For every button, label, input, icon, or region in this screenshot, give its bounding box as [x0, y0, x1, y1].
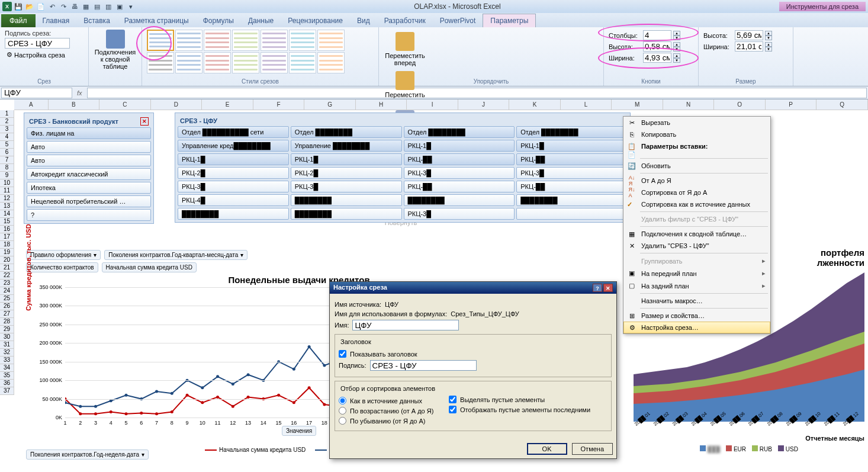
tab-insert[interactable]: Вставка — [76, 14, 117, 27]
style-thumb-6[interactable] — [289, 30, 316, 51]
formula-input[interactable] — [87, 88, 867, 98]
slicer2-item-0-1[interactable]: Отдел ████████ — [291, 126, 402, 138]
row-header-16[interactable]: 16 — [0, 226, 14, 233]
undo-icon[interactable]: ↶ — [47, 2, 57, 11]
row-header-34[interactable]: 34 — [0, 364, 14, 372]
row-header-6[interactable]: 6 — [0, 149, 14, 156]
slicer2-item-3-0[interactable]: РКЦ-2█ — [178, 167, 289, 179]
row-header-35[interactable]: 35 — [0, 372, 14, 380]
row-header-4[interactable]: 4 — [0, 133, 14, 141]
pill-gen2[interactable]: Поколения контрактов.Год-неделя-дата ▾ — [26, 449, 149, 460]
slicer2-item-1-0[interactable]: Управление кред████████ — [178, 140, 289, 152]
dialog-cancel-button[interactable]: Отмена — [572, 443, 613, 455]
slicer2-item-1-2[interactable]: РКЦ-1█ — [404, 140, 515, 152]
ctx-refresh[interactable]: 🔄Обновить — [623, 160, 770, 172]
slicer2-item-5-0[interactable]: РКЦ-4█ — [178, 194, 289, 206]
row-header-33[interactable]: 33 — [0, 357, 14, 364]
col-header-B[interactable]: B — [49, 99, 100, 110]
tab-data[interactable]: Данные — [241, 14, 281, 27]
row-header-17[interactable]: 17 — [0, 233, 14, 241]
slicer-caption-input[interactable] — [5, 38, 70, 49]
cols-spinner[interactable]: ▲▼ — [673, 31, 680, 40]
col-header-Q[interactable]: Q — [816, 99, 868, 110]
slicer2-item-2-3[interactable]: РКЦ-██ — [516, 153, 628, 165]
btn-height-spinner[interactable]: ▲▼ — [673, 42, 680, 52]
fx-icon[interactable]: fx — [73, 89, 86, 97]
slicer2-item-5-1[interactable]: ████████ — [291, 194, 402, 206]
btn-width-spinner[interactable]: ▲▼ — [673, 53, 680, 63]
slicer2-item-4-3[interactable]: РКЦ-██ — [516, 181, 628, 192]
slicer2-item-6-1[interactable]: ████████ — [291, 208, 402, 220]
new-icon[interactable]: 📄 — [36, 2, 46, 11]
slicer1-item-6[interactable]: ? — [27, 209, 151, 221]
row-header-26[interactable]: 26 — [0, 303, 14, 310]
style-thumb-4[interactable] — [232, 30, 259, 51]
ctx-slicer-settings[interactable]: ⚙Настройка среза… — [623, 322, 770, 333]
slicer1-item-1[interactable]: Авто — [27, 141, 151, 153]
print-icon[interactable]: 🖶 — [70, 2, 79, 11]
btn-height-input[interactable] — [643, 41, 671, 52]
size-width-input[interactable] — [735, 41, 763, 52]
size-height-input[interactable] — [735, 30, 763, 40]
style-thumb-3[interactable] — [204, 30, 231, 51]
row-header-1[interactable]: 1 — [0, 110, 14, 118]
open-icon[interactable]: 📂 — [25, 2, 34, 11]
row-header-32[interactable]: 32 — [0, 349, 14, 357]
bring-forward-button[interactable]: Переместить вперед — [384, 30, 426, 69]
redo-icon[interactable]: ↷ — [59, 2, 68, 11]
dialog-help-button[interactable]: ? — [593, 284, 602, 292]
col-header-E[interactable]: E — [202, 99, 253, 110]
row-header-23[interactable]: 23 — [0, 280, 14, 287]
dlg-sort-src-radio[interactable] — [339, 397, 346, 404]
row-header-11[interactable]: 11 — [0, 187, 14, 195]
tab-review[interactable]: Рецензирование — [281, 14, 350, 27]
ctx-send-back[interactable]: ▢На задний план▸ — [623, 280, 770, 292]
qat-icon-5[interactable]: ▾ — [126, 2, 136, 11]
col-header-A[interactable]: A — [14, 99, 49, 110]
slicer2-item-6-3[interactable] — [516, 208, 628, 220]
slicer1-item-4[interactable]: Ипотека — [27, 182, 151, 194]
row-header-21[interactable]: 21 — [0, 264, 14, 272]
row-header-37[interactable]: 37 — [0, 387, 14, 395]
style-thumb-2[interactable] — [175, 30, 202, 51]
dialog-ok-button[interactable]: OK — [527, 443, 567, 455]
row-header-3[interactable]: 3 — [0, 126, 14, 133]
dlg-highlight-empty-checkbox[interactable] — [449, 396, 456, 403]
slicer2-item-4-1[interactable]: РКЦ-3█ — [291, 181, 402, 192]
col-header-D[interactable]: D — [151, 99, 202, 110]
col-header-N[interactable]: N — [663, 99, 715, 110]
slicer2-item-3-2[interactable]: РКЦ-3█ — [404, 167, 515, 179]
row-header-27[interactable]: 27 — [0, 310, 14, 318]
pill-generations[interactable]: Поколения контрактов.Год-квартал-месяц-д… — [104, 250, 247, 260]
ctx-sort-za[interactable]: Я↓АСортировка от Я до А — [623, 187, 770, 198]
tab-home[interactable]: Главная — [36, 14, 77, 27]
slicer1-item-0[interactable]: Физ. лицам на — [27, 127, 151, 139]
col-header-F[interactable]: F — [253, 99, 305, 110]
btn-width-input[interactable] — [643, 53, 671, 63]
row-header-28[interactable]: 28 — [0, 318, 14, 326]
col-header-K[interactable]: K — [509, 99, 561, 110]
row-header-31[interactable]: 31 — [0, 341, 14, 349]
slicer2-item-0-0[interactable]: Отдел ██████████ сети — [178, 126, 289, 138]
slicer2-item-2-1[interactable]: РКЦ-1█ — [291, 153, 402, 165]
row-header-13[interactable]: 13 — [0, 203, 14, 210]
tab-powerpivot[interactable]: PowerPivot — [433, 14, 483, 27]
row-header-30[interactable]: 30 — [0, 333, 14, 341]
slicer2-item-3-1[interactable]: РКЦ-2█ — [291, 167, 402, 179]
row-header-2[interactable]: 2 — [0, 118, 14, 126]
size-width-spinner[interactable]: ▲▼ — [765, 42, 772, 52]
row-header-7[interactable]: 7 — [0, 156, 14, 164]
qat-icon-1[interactable]: ▦ — [81, 2, 91, 11]
slicer2-item-1-3[interactable]: РКЦ-1█ — [516, 140, 628, 152]
name-box[interactable] — [1, 88, 72, 98]
row-header-8[interactable]: 8 — [0, 164, 14, 172]
tab-page-layout[interactable]: Разметка страницы — [117, 14, 196, 27]
dlg-sort-asc-radio[interactable] — [339, 407, 346, 415]
dlg-empty-last-checkbox[interactable] — [449, 406, 456, 413]
size-height-spinner[interactable]: ▲▼ — [765, 31, 772, 40]
slicer1-item-5[interactable]: Нецелевой потребительский … — [27, 195, 151, 207]
col-header-L[interactable]: L — [561, 99, 612, 110]
tab-options[interactable]: Параметры — [483, 14, 536, 27]
clear-filter-icon[interactable]: ✕ — [140, 117, 149, 126]
style-thumb-11[interactable] — [232, 52, 259, 73]
